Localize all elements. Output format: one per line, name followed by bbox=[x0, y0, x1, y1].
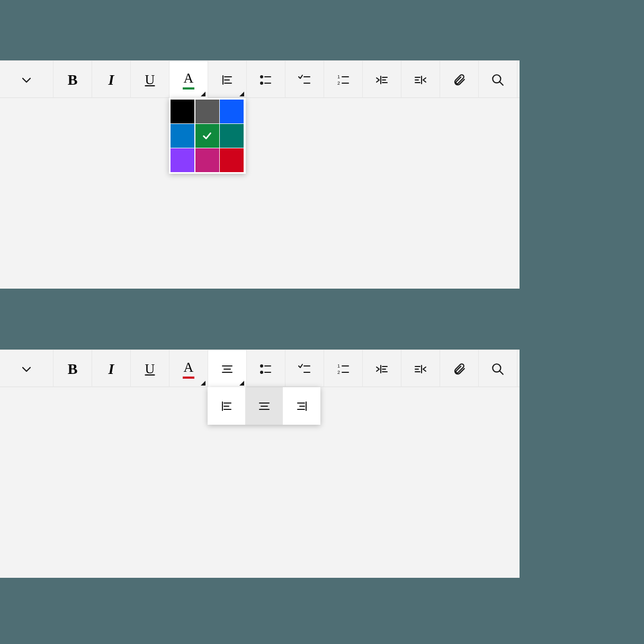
align-center-icon bbox=[220, 362, 234, 376]
editor-canvas[interactable] bbox=[0, 98, 520, 289]
ordered-list-button[interactable]: 12 bbox=[324, 61, 363, 99]
bold-button[interactable]: B bbox=[53, 350, 92, 388]
alignment-button[interactable] bbox=[208, 61, 247, 99]
font-color-popup bbox=[169, 98, 246, 174]
svg-text:1: 1 bbox=[337, 363, 340, 369]
align-center-option[interactable] bbox=[245, 387, 283, 425]
attachment-button[interactable] bbox=[440, 350, 479, 388]
font-color-icon: A bbox=[183, 360, 194, 379]
italic-icon: I bbox=[109, 361, 114, 378]
ordered-list-icon: 12 bbox=[336, 73, 350, 87]
bold-button[interactable]: B bbox=[53, 61, 92, 99]
svg-text:2: 2 bbox=[337, 80, 340, 86]
svg-text:2: 2 bbox=[337, 370, 340, 375]
italic-icon: I bbox=[109, 71, 114, 88]
search-button[interactable] bbox=[479, 61, 517, 99]
dropdown-indicator-icon bbox=[201, 92, 205, 96]
align-left-icon bbox=[220, 73, 234, 87]
checklist-icon bbox=[298, 73, 311, 87]
underline-icon: U bbox=[145, 361, 155, 377]
underline-button[interactable]: U bbox=[131, 350, 169, 388]
align-left-option[interactable] bbox=[208, 387, 245, 425]
bullet-list-button[interactable] bbox=[247, 350, 285, 388]
underline-button[interactable]: U bbox=[131, 61, 169, 99]
editor-instance-bottom: B I U A bbox=[0, 350, 520, 578]
font-color-bar-icon bbox=[183, 87, 194, 90]
color-swatch[interactable] bbox=[220, 100, 244, 123]
collapse-button[interactable] bbox=[0, 350, 53, 388]
dropdown-indicator-icon bbox=[239, 92, 244, 96]
search-icon bbox=[491, 362, 505, 376]
check-icon bbox=[201, 130, 213, 142]
color-swatch[interactable] bbox=[195, 148, 219, 172]
alignment-button[interactable] bbox=[208, 350, 247, 388]
alignment-popup bbox=[208, 387, 320, 425]
svg-line-46 bbox=[499, 371, 503, 374]
attachment-button[interactable] bbox=[440, 61, 479, 99]
color-swatch[interactable] bbox=[171, 148, 194, 172]
chevron-down-icon bbox=[20, 74, 33, 86]
outdent-button[interactable] bbox=[401, 61, 440, 99]
bullet-list-icon bbox=[259, 73, 273, 87]
bold-icon: B bbox=[68, 71, 78, 88]
dropdown-indicator-icon bbox=[201, 381, 205, 386]
outdent-button[interactable] bbox=[401, 350, 440, 388]
italic-button[interactable]: I bbox=[92, 61, 131, 99]
indent-button[interactable] bbox=[363, 61, 401, 99]
color-swatch[interactable] bbox=[195, 124, 219, 148]
toolbar: B I U A bbox=[0, 350, 520, 387]
color-swatch[interactable] bbox=[195, 100, 219, 123]
dropdown-indicator-icon bbox=[239, 381, 244, 386]
align-right-option[interactable] bbox=[283, 387, 320, 425]
paperclip-icon bbox=[452, 73, 466, 87]
indent-icon bbox=[375, 362, 389, 376]
svg-text:1: 1 bbox=[337, 74, 340, 79]
paperclip-icon bbox=[452, 362, 466, 376]
indent-button[interactable] bbox=[363, 350, 401, 388]
search-icon bbox=[491, 73, 505, 87]
font-color-button[interactable]: A bbox=[169, 61, 208, 99]
ordered-list-icon: 12 bbox=[336, 362, 350, 376]
outdent-icon bbox=[414, 73, 427, 87]
color-swatch[interactable] bbox=[220, 124, 244, 148]
toolbar: B I U A bbox=[0, 60, 520, 98]
checklist-icon bbox=[298, 362, 311, 376]
color-swatch[interactable] bbox=[220, 148, 244, 172]
align-left-icon bbox=[220, 399, 234, 413]
indent-icon bbox=[375, 73, 389, 87]
bullet-list-button[interactable] bbox=[247, 61, 285, 99]
chevron-down-icon bbox=[20, 363, 33, 375]
svg-point-4 bbox=[261, 76, 263, 78]
bullet-list-icon bbox=[259, 362, 273, 376]
ordered-list-button[interactable]: 12 bbox=[324, 350, 363, 388]
font-color-bar-icon bbox=[183, 377, 194, 379]
font-color-icon: A bbox=[183, 70, 194, 90]
todo-list-button[interactable] bbox=[285, 350, 324, 388]
search-button[interactable] bbox=[479, 350, 517, 388]
italic-button[interactable]: I bbox=[92, 350, 131, 388]
outdent-icon bbox=[414, 362, 427, 376]
color-swatch[interactable] bbox=[171, 100, 194, 123]
editor-instance-top: B I U A bbox=[0, 60, 520, 289]
svg-point-27 bbox=[261, 365, 263, 367]
align-right-icon bbox=[295, 399, 309, 413]
align-center-icon bbox=[257, 399, 271, 413]
svg-line-23 bbox=[499, 82, 503, 85]
todo-list-button[interactable] bbox=[285, 61, 324, 99]
color-swatch[interactable] bbox=[171, 124, 194, 148]
svg-point-5 bbox=[261, 82, 263, 84]
underline-icon: U bbox=[145, 72, 155, 88]
svg-point-28 bbox=[261, 371, 263, 373]
bold-icon: B bbox=[68, 361, 78, 378]
font-color-button[interactable]: A bbox=[169, 350, 208, 388]
collapse-button[interactable] bbox=[0, 61, 53, 99]
